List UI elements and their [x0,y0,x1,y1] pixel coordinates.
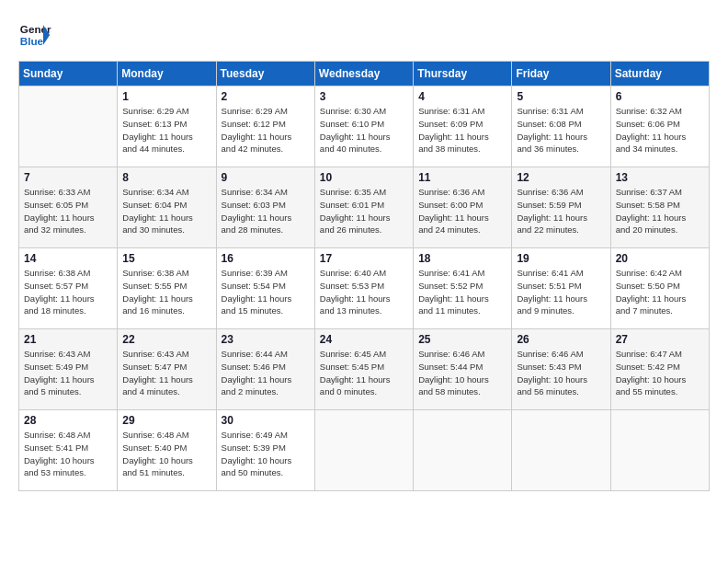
day-header-wednesday: Wednesday [314,62,413,86]
day-number: 16 [222,252,310,265]
day-header-thursday: Thursday [414,62,512,86]
day-number: 20 [616,252,704,265]
calendar-cell [414,410,512,491]
calendar-cell: 4Sunrise: 6:31 AM Sunset: 6:09 PM Daylig… [414,86,512,167]
day-number: 10 [320,171,408,184]
calendar-cell: 18Sunrise: 6:41 AM Sunset: 5:52 PM Dayli… [414,248,512,329]
calendar-cell: 1Sunrise: 6:29 AM Sunset: 6:13 PM Daylig… [118,86,216,167]
day-number: 3 [320,90,408,103]
day-number: 1 [122,90,210,103]
calendar-cell: 20Sunrise: 6:42 AM Sunset: 5:50 PM Dayli… [610,248,709,329]
calendar-week-row: 21Sunrise: 6:43 AM Sunset: 5:49 PM Dayli… [19,329,710,410]
day-info: Sunrise: 6:34 AM Sunset: 6:04 PM Dayligh… [122,186,210,236]
day-info: Sunrise: 6:43 AM Sunset: 5:49 PM Dayligh… [24,348,112,398]
day-header-sunday: Sunday [19,62,118,86]
day-info: Sunrise: 6:46 AM Sunset: 5:43 PM Dayligh… [517,348,605,398]
calendar-cell: 19Sunrise: 6:41 AM Sunset: 5:51 PM Dayli… [512,248,610,329]
day-info: Sunrise: 6:48 AM Sunset: 5:41 PM Dayligh… [24,429,112,479]
day-info: Sunrise: 6:41 AM Sunset: 5:51 PM Dayligh… [517,267,605,317]
calendar-cell: 21Sunrise: 6:43 AM Sunset: 5:49 PM Dayli… [19,329,118,410]
calendar-cell: 7Sunrise: 6:33 AM Sunset: 6:05 PM Daylig… [19,167,118,248]
calendar-cell: 23Sunrise: 6:44 AM Sunset: 5:46 PM Dayli… [216,329,314,410]
calendar-cell: 24Sunrise: 6:45 AM Sunset: 5:45 PM Dayli… [314,329,413,410]
day-info: Sunrise: 6:30 AM Sunset: 6:10 PM Dayligh… [320,105,408,155]
calendar-cell: 16Sunrise: 6:39 AM Sunset: 5:54 PM Dayli… [216,248,314,329]
day-info: Sunrise: 6:40 AM Sunset: 5:53 PM Dayligh… [320,267,408,317]
day-info: Sunrise: 6:42 AM Sunset: 5:50 PM Dayligh… [616,267,704,317]
calendar-header-row: SundayMondayTuesdayWednesdayThursdayFrid… [19,62,710,86]
day-number: 18 [418,252,506,265]
day-number: 25 [418,333,506,346]
day-info: Sunrise: 6:49 AM Sunset: 5:39 PM Dayligh… [222,429,310,479]
day-header-saturday: Saturday [610,62,709,86]
calendar-cell: 28Sunrise: 6:48 AM Sunset: 5:41 PM Dayli… [19,410,118,491]
day-header-tuesday: Tuesday [216,62,314,86]
calendar-cell: 22Sunrise: 6:43 AM Sunset: 5:47 PM Dayli… [118,329,216,410]
day-number: 24 [320,333,408,346]
day-number: 26 [517,333,605,346]
day-info: Sunrise: 6:36 AM Sunset: 6:00 PM Dayligh… [418,186,506,236]
calendar-cell: 8Sunrise: 6:34 AM Sunset: 6:04 PM Daylig… [118,167,216,248]
calendar-cell: 15Sunrise: 6:38 AM Sunset: 5:55 PM Dayli… [118,248,216,329]
calendar-week-row: 14Sunrise: 6:38 AM Sunset: 5:57 PM Dayli… [19,248,710,329]
day-info: Sunrise: 6:45 AM Sunset: 5:45 PM Dayligh… [320,348,408,398]
calendar-cell: 14Sunrise: 6:38 AM Sunset: 5:57 PM Dayli… [19,248,118,329]
day-info: Sunrise: 6:36 AM Sunset: 5:59 PM Dayligh… [517,186,605,236]
day-number: 5 [517,90,605,103]
calendar-cell [314,410,413,491]
calendar-cell: 10Sunrise: 6:35 AM Sunset: 6:01 PM Dayli… [314,167,413,248]
day-number: 15 [122,252,210,265]
day-number: 11 [418,171,506,184]
logo: General Blue [18,18,51,52]
calendar-cell [19,86,118,167]
day-info: Sunrise: 6:48 AM Sunset: 5:40 PM Dayligh… [122,429,210,479]
calendar-cell: 6Sunrise: 6:32 AM Sunset: 6:06 PM Daylig… [610,86,709,167]
calendar-table: SundayMondayTuesdayWednesdayThursdayFrid… [18,61,710,491]
day-info: Sunrise: 6:35 AM Sunset: 6:01 PM Dayligh… [320,186,408,236]
calendar-cell: 30Sunrise: 6:49 AM Sunset: 5:39 PM Dayli… [216,410,314,491]
day-number: 29 [122,414,210,427]
calendar-week-row: 7Sunrise: 6:33 AM Sunset: 6:05 PM Daylig… [19,167,710,248]
day-number: 21 [24,333,112,346]
calendar-week-row: 1Sunrise: 6:29 AM Sunset: 6:13 PM Daylig… [19,86,710,167]
page-header: General Blue [18,18,710,52]
calendar-cell: 3Sunrise: 6:30 AM Sunset: 6:10 PM Daylig… [314,86,413,167]
calendar-cell: 2Sunrise: 6:29 AM Sunset: 6:12 PM Daylig… [216,86,314,167]
calendar-cell: 5Sunrise: 6:31 AM Sunset: 6:08 PM Daylig… [512,86,610,167]
day-number: 7 [24,171,112,184]
day-number: 13 [616,171,704,184]
day-number: 9 [222,171,310,184]
calendar-cell: 27Sunrise: 6:47 AM Sunset: 5:42 PM Dayli… [610,329,709,410]
day-info: Sunrise: 6:33 AM Sunset: 6:05 PM Dayligh… [24,186,112,236]
calendar-cell: 26Sunrise: 6:46 AM Sunset: 5:43 PM Dayli… [512,329,610,410]
day-info: Sunrise: 6:46 AM Sunset: 5:44 PM Dayligh… [418,348,506,398]
day-info: Sunrise: 6:47 AM Sunset: 5:42 PM Dayligh… [616,348,704,398]
day-info: Sunrise: 6:41 AM Sunset: 5:52 PM Dayligh… [418,267,506,317]
day-info: Sunrise: 6:34 AM Sunset: 6:03 PM Dayligh… [222,186,310,236]
calendar-cell [610,410,709,491]
day-info: Sunrise: 6:29 AM Sunset: 6:12 PM Dayligh… [222,105,310,155]
logo-icon: General Blue [18,18,51,52]
day-number: 2 [222,90,310,103]
day-info: Sunrise: 6:29 AM Sunset: 6:13 PM Dayligh… [122,105,210,155]
calendar-cell: 12Sunrise: 6:36 AM Sunset: 5:59 PM Dayli… [512,167,610,248]
day-info: Sunrise: 6:43 AM Sunset: 5:47 PM Dayligh… [122,348,210,398]
day-header-friday: Friday [512,62,610,86]
calendar-cell [512,410,610,491]
day-number: 27 [616,333,704,346]
day-info: Sunrise: 6:37 AM Sunset: 5:58 PM Dayligh… [616,186,704,236]
svg-text:Blue: Blue [20,35,44,47]
day-info: Sunrise: 6:38 AM Sunset: 5:55 PM Dayligh… [122,267,210,317]
day-number: 6 [616,90,704,103]
day-number: 14 [24,252,112,265]
calendar-cell: 17Sunrise: 6:40 AM Sunset: 5:53 PM Dayli… [314,248,413,329]
day-number: 28 [24,414,112,427]
calendar-cell: 9Sunrise: 6:34 AM Sunset: 6:03 PM Daylig… [216,167,314,248]
day-number: 22 [122,333,210,346]
day-info: Sunrise: 6:44 AM Sunset: 5:46 PM Dayligh… [222,348,310,398]
day-info: Sunrise: 6:38 AM Sunset: 5:57 PM Dayligh… [24,267,112,317]
day-info: Sunrise: 6:39 AM Sunset: 5:54 PM Dayligh… [222,267,310,317]
day-number: 30 [222,414,310,427]
day-number: 12 [517,171,605,184]
day-info: Sunrise: 6:31 AM Sunset: 6:08 PM Dayligh… [517,105,605,155]
